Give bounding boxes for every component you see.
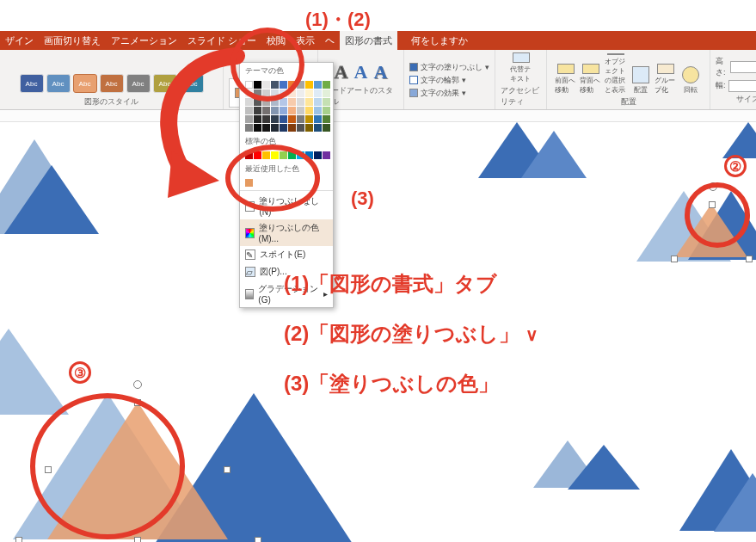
tab-animations[interactable]: アニメーション [106, 31, 182, 50]
color-swatch[interactable] [280, 89, 287, 97]
tab-review[interactable]: 校閲 [261, 31, 291, 50]
color-swatch[interactable] [297, 81, 304, 89]
selection-handle[interactable] [224, 466, 230, 473]
color-swatch[interactable] [314, 115, 322, 123]
bring-forward-button[interactable]: 前面へ移動 [555, 64, 577, 95]
color-swatch[interactable] [245, 124, 253, 132]
color-swatch[interactable] [245, 151, 253, 159]
shape-style-preset[interactable]: Abc [46, 74, 71, 93]
color-swatch[interactable] [262, 89, 270, 97]
color-swatch[interactable] [271, 98, 279, 106]
triangle-shape-selected[interactable] [47, 402, 228, 539]
color-swatch[interactable] [323, 151, 330, 159]
color-swatch[interactable] [297, 89, 304, 97]
shape-style-preset[interactable]: Abc [153, 74, 177, 93]
triangle-shape[interactable] [722, 122, 756, 158]
color-swatch[interactable] [288, 89, 296, 97]
color-swatch[interactable] [323, 124, 330, 132]
selection-handle[interactable] [255, 537, 261, 542]
wordart-preset[interactable]: A [372, 61, 389, 83]
selection-handle[interactable] [15, 537, 22, 542]
color-swatch[interactable] [297, 151, 304, 159]
rotate-button[interactable]: 回転 [679, 64, 702, 95]
color-swatch[interactable] [305, 98, 313, 106]
color-swatch[interactable] [280, 107, 287, 114]
alt-text-button[interactable]: 代替テキスト [510, 52, 532, 83]
width-input[interactable] [728, 80, 756, 92]
more-fill-colors-item[interactable]: 塗りつぶしの色(M)... [240, 219, 333, 246]
wordart-preset[interactable]: A [333, 61, 350, 83]
color-swatch[interactable] [288, 124, 296, 132]
shape-style-preset[interactable]: Abc [180, 74, 204, 93]
color-swatch[interactable] [271, 151, 279, 159]
triangle-shape[interactable] [675, 204, 747, 257]
color-swatch[interactable] [262, 81, 270, 89]
height-input[interactable] [730, 61, 756, 73]
color-swatch[interactable] [305, 124, 313, 132]
color-swatch[interactable] [254, 107, 261, 114]
color-swatch[interactable] [288, 107, 296, 114]
color-swatch[interactable] [245, 81, 253, 89]
color-swatch[interactable] [314, 124, 322, 132]
triangle-shape[interactable] [4, 165, 99, 234]
color-swatch[interactable] [288, 151, 296, 159]
color-swatch[interactable] [314, 107, 322, 114]
color-swatch[interactable] [280, 81, 287, 89]
color-swatch[interactable] [254, 81, 261, 89]
no-fill-item[interactable]: 塗りつぶしなし(N) [240, 193, 333, 219]
color-swatch[interactable] [288, 81, 296, 89]
rotate-handle[interactable] [133, 380, 142, 389]
color-swatch[interactable] [323, 89, 330, 97]
color-swatch[interactable] [262, 115, 270, 123]
color-swatch[interactable] [297, 98, 304, 106]
color-swatch[interactable] [245, 98, 253, 106]
color-swatch[interactable] [314, 89, 322, 97]
shape-style-preset[interactable]: Abc [100, 74, 124, 93]
selection-handle[interactable] [746, 256, 753, 262]
color-swatch[interactable] [271, 81, 279, 89]
triangle-shape[interactable] [521, 131, 587, 178]
color-swatch[interactable] [323, 107, 330, 114]
selection-pane-button[interactable]: オブジェクトの選択と表示 [605, 64, 627, 95]
color-swatch[interactable] [314, 81, 322, 89]
color-swatch[interactable] [305, 81, 313, 89]
color-swatch[interactable] [323, 98, 330, 106]
tab-transitions[interactable]: 画面切り替え [39, 31, 106, 50]
color-swatch[interactable] [288, 98, 296, 106]
search-tellme[interactable]: 何をしますか [406, 31, 473, 50]
color-swatch[interactable] [305, 115, 313, 123]
selection-handle[interactable] [709, 201, 716, 208]
color-swatch[interactable] [245, 107, 253, 114]
rotate-handle[interactable] [709, 182, 717, 191]
text-fill-button[interactable]: 文字の塗りつぶし ▾ [409, 62, 489, 73]
shape-style-preset[interactable]: Abc [20, 74, 44, 93]
tab-view[interactable]: 表示 [291, 31, 320, 50]
selection-handle[interactable] [45, 466, 52, 473]
color-swatch[interactable] [323, 115, 330, 123]
color-swatch[interactable] [254, 115, 261, 123]
color-swatch[interactable] [323, 81, 330, 89]
wordart-preset[interactable]: A [353, 61, 370, 83]
color-swatch[interactable] [271, 89, 279, 97]
send-backward-button[interactable]: 背面へ移動 [580, 64, 602, 95]
eyedropper-item[interactable]: ✎スポイト(E) [240, 246, 333, 263]
color-swatch[interactable] [314, 151, 322, 159]
color-swatch[interactable] [288, 115, 296, 123]
color-swatch[interactable] [305, 107, 313, 114]
color-swatch[interactable] [245, 179, 253, 187]
color-swatch[interactable] [262, 98, 270, 106]
shape-style-preset[interactable]: Abc [126, 74, 151, 93]
selection-handle[interactable] [134, 537, 141, 542]
color-swatch[interactable] [254, 151, 261, 159]
color-swatch[interactable] [271, 107, 279, 114]
shape-style-preset[interactable]: Abc [73, 74, 97, 93]
color-swatch[interactable] [305, 151, 313, 159]
triangle-shape[interactable] [714, 473, 756, 532]
group-button[interactable]: グループ化 [655, 64, 677, 95]
triangle-shape[interactable] [568, 445, 640, 490]
selection-handle[interactable] [134, 399, 141, 406]
color-swatch[interactable] [262, 107, 270, 114]
selection-handle[interactable] [671, 256, 678, 262]
tab-shape-format[interactable]: 図形の書式 [340, 31, 397, 50]
align-button[interactable]: 配置 [630, 64, 652, 95]
